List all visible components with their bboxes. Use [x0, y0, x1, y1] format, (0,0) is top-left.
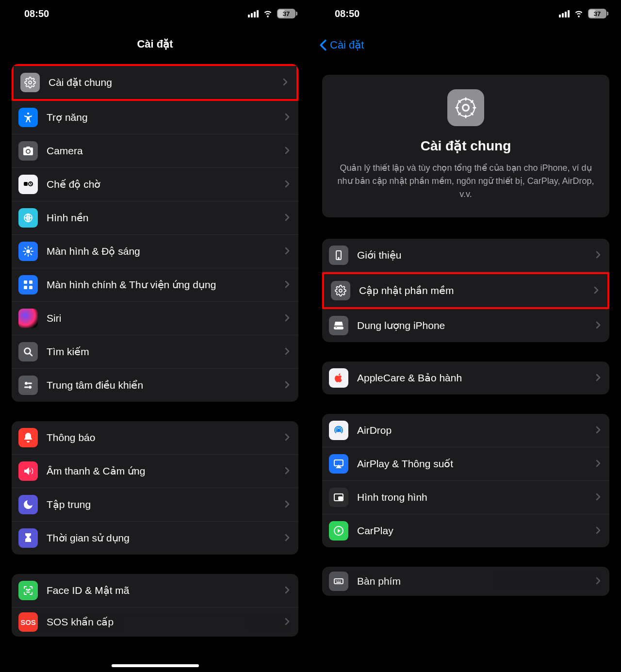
- svg-point-6: [26, 249, 30, 253]
- row-homescreen[interactable]: Màn hình chính & Thư viện ứng dụng: [12, 268, 298, 302]
- svg-rect-2: [24, 182, 28, 186]
- settings-group: Thông báoÂm thanh & Cảm ứngTập trungThời…: [12, 421, 298, 555]
- row-label: Bàn phím: [357, 575, 587, 588]
- battery-icon: 37: [277, 9, 295, 18]
- row-applecare[interactable]: AppleCare & Bảo hành: [322, 361, 609, 394]
- battery-icon: 37: [588, 9, 606, 18]
- row-label: Siri: [47, 312, 276, 325]
- row-focus[interactable]: Tập trung: [12, 488, 298, 522]
- row-screentime[interactable]: Thời gian sử dụng: [12, 522, 298, 555]
- bell-icon: [18, 428, 38, 447]
- row-siri[interactable]: Siri: [12, 302, 298, 335]
- row-label: SOS khẩn cấp: [47, 616, 276, 628]
- svg-point-0: [29, 81, 32, 84]
- row-carplay[interactable]: CarPlay: [322, 514, 609, 547]
- row-label: Dung lượng iPhone: [357, 319, 587, 332]
- faceid-icon: [18, 581, 38, 600]
- chevron-right-icon: [285, 345, 290, 358]
- row-label: Cài đặt chung: [49, 76, 274, 89]
- chevron-right-icon: [285, 245, 290, 258]
- phone-portrait-icon: [329, 246, 348, 265]
- back-label: Cài đặt: [330, 39, 364, 51]
- settings-group: Bàn phím: [322, 567, 609, 596]
- chevron-right-icon: [596, 319, 601, 332]
- carplay-icon: [329, 521, 348, 541]
- settings-list: Cài đặt chungTrợ năngCameraChế độ chờHìn…: [0, 64, 310, 637]
- settings-group: AirDropAirPlay & Thông suốtHình trong hì…: [322, 414, 609, 547]
- moon-icon: [18, 495, 38, 514]
- chevron-right-icon: [285, 616, 290, 628]
- row-display[interactable]: Màn hình & Độ sáng: [12, 235, 298, 268]
- status-time: 08:50: [24, 8, 49, 19]
- status-time: 08:50: [335, 8, 360, 19]
- chevron-right-icon: [596, 424, 601, 437]
- chevron-right-icon: [285, 111, 290, 124]
- chevron-right-icon: [283, 76, 288, 89]
- row-wallpaper[interactable]: Hình nền: [12, 201, 298, 235]
- row-label: Âm thanh & Cảm ứng: [47, 465, 276, 477]
- chevron-right-icon: [285, 498, 290, 511]
- general-settings-content: Cài đặt chung Quản lý thiết lập và tùy c…: [310, 75, 621, 596]
- row-label: AirPlay & Thông suốt: [357, 458, 587, 470]
- row-faceid[interactable]: Face ID & Mật mã: [12, 574, 298, 607]
- hero-description: Quản lý thiết lập và tùy chọn tổng thể c…: [335, 162, 597, 201]
- row-accessibility[interactable]: Trợ năng: [12, 101, 298, 134]
- row-airplay[interactable]: AirPlay & Thông suốt: [322, 447, 609, 481]
- row-pip[interactable]: Hình trong hình: [322, 481, 609, 514]
- row-label: Cập nhật phần mềm: [359, 284, 585, 297]
- gear-icon: [20, 73, 40, 92]
- chevron-right-icon: [285, 145, 290, 157]
- speaker-icon: [18, 461, 38, 481]
- row-label: Chế độ chờ: [47, 178, 276, 191]
- svg-rect-7: [24, 280, 27, 284]
- svg-point-19: [463, 105, 469, 111]
- accessibility-icon: [18, 108, 38, 127]
- chevron-right-icon: [285, 584, 290, 597]
- home-indicator[interactable]: [112, 664, 199, 667]
- chevron-right-icon: [594, 284, 599, 297]
- row-controlcenter[interactable]: Trung tâm điều khiển: [12, 369, 298, 402]
- status-right: 37: [248, 7, 295, 20]
- row-keyboard[interactable]: Bàn phím: [322, 567, 609, 596]
- svg-rect-9: [24, 286, 27, 289]
- row-label: CarPlay: [357, 524, 587, 537]
- apps-icon: [18, 275, 38, 295]
- row-label: Tập trung: [47, 498, 276, 511]
- chevron-right-icon: [596, 524, 601, 537]
- row-camera[interactable]: Camera: [12, 134, 298, 168]
- svg-point-24: [338, 429, 340, 432]
- row-about[interactable]: Giới thiệu: [322, 239, 609, 272]
- row-notifications[interactable]: Thông báo: [12, 421, 298, 455]
- row-airdrop[interactable]: AirDrop: [322, 414, 609, 447]
- search-icon: [18, 342, 38, 361]
- chevron-right-icon: [285, 465, 290, 477]
- chevron-right-icon: [285, 379, 290, 392]
- settings-group: Face ID & Mật mãSOSSOS khẩn cấp: [12, 574, 298, 637]
- row-label: Thông báo: [47, 431, 276, 444]
- svg-point-13: [25, 382, 28, 385]
- standby-icon: [18, 175, 38, 194]
- row-storage[interactable]: Dung lượng iPhone: [322, 309, 609, 342]
- row-sos[interactable]: SOSSOS khẩn cấp: [12, 607, 298, 637]
- wifi-icon: [262, 7, 273, 20]
- row-software-update[interactable]: Cập nhật phần mềm: [322, 272, 609, 309]
- row-general[interactable]: Cài đặt chung: [12, 64, 298, 101]
- chevron-right-icon: [596, 575, 601, 588]
- svg-rect-27: [339, 497, 342, 500]
- back-button[interactable]: Cài đặt: [310, 27, 621, 58]
- row-search[interactable]: Tìm kiếm: [12, 335, 298, 369]
- row-label: Thời gian sử dụng: [47, 532, 276, 544]
- wallpaper-icon: [18, 208, 38, 228]
- sos-icon: SOS: [18, 612, 38, 632]
- cellular-icon: [248, 10, 259, 17]
- row-label: Trung tâm điều khiển: [47, 379, 276, 392]
- phone-left-settings: 08:50 37 Cài đặt Cài đặt chungTrợ năngCa…: [0, 0, 310, 672]
- pip-icon: [329, 488, 348, 507]
- keyboard-icon: [329, 572, 348, 591]
- row-standby[interactable]: Chế độ chờ: [12, 168, 298, 201]
- row-sounds[interactable]: Âm thanh & Cảm ứng: [12, 455, 298, 488]
- camera-icon: [18, 141, 38, 161]
- row-label: Face ID & Mật mã: [47, 584, 276, 597]
- settings-group: Giới thiệuCập nhật phần mềmDung lượng iP…: [322, 239, 609, 342]
- svg-point-11: [24, 314, 33, 323]
